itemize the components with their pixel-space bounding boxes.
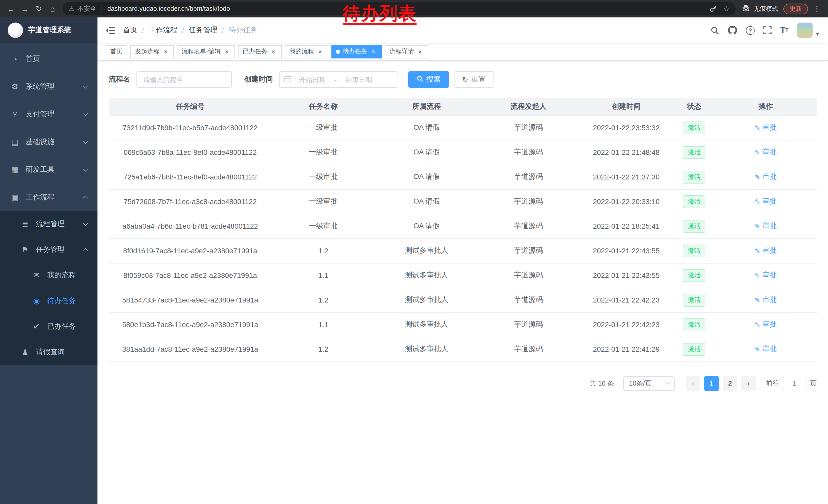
sidebar-item-home[interactable]: ◔ 首页 — [0, 45, 97, 73]
update-button[interactable]: 更新 — [783, 3, 808, 14]
close-icon[interactable]: × — [317, 48, 324, 55]
approve-link[interactable]: ✎审批 — [755, 148, 777, 157]
tab-my-process[interactable]: 我的流程 × — [285, 45, 328, 58]
yen-icon: ¥ — [10, 110, 19, 119]
search-icon[interactable] — [710, 26, 719, 35]
avatar[interactable] — [797, 22, 813, 38]
app-logo-row[interactable]: 芋道管理系统 — [0, 17, 97, 43]
sidebar-item-payment[interactable]: ¥ 支付管理 — [0, 100, 97, 128]
approve-link[interactable]: ✎审批 — [755, 271, 777, 280]
cell-task-name: 一级审批 — [272, 214, 375, 238]
col-task-name: 任务名称 — [272, 98, 375, 116]
chevron-down-icon — [83, 83, 88, 88]
omnibox-divider — [102, 5, 102, 12]
tab-done-task[interactable]: 已办任务 × — [238, 45, 282, 58]
goto-page-input[interactable] — [783, 377, 806, 390]
approve-link[interactable]: ✎审批 — [755, 123, 777, 132]
forward-icon[interactable]: → — [18, 2, 32, 16]
search-button[interactable]: 搜索 — [408, 71, 449, 88]
home-icon[interactable]: ⌂ — [46, 2, 59, 16]
tags-view: 首页 发起流程 × 流程表单-编辑 × 已办任务 × 我的流程 × — [97, 43, 828, 60]
page-button-2[interactable]: 2 — [723, 376, 737, 391]
approve-link[interactable]: ✎审批 — [755, 172, 777, 182]
browser-menu-icon[interactable]: ⋮ — [810, 2, 824, 16]
cell-process: OA 请假 — [375, 165, 479, 189]
cell-create-time: 2022-01-21 22:42:23 — [579, 312, 674, 337]
hamburger-icon[interactable] — [106, 27, 115, 34]
date-range-picker[interactable]: - — [279, 71, 398, 88]
tab-home[interactable]: 首页 — [106, 45, 127, 58]
reset-button[interactable]: ↻ 重置 — [454, 71, 494, 88]
breadcrumb-current: 待办任务 — [229, 26, 257, 35]
sidebar-item-my-process[interactable]: ✉ 我的流程 — [0, 263, 97, 288]
cell-create-time: 2022-01-22 23:53:32 — [579, 116, 674, 140]
cell-task-id: 58154733-7ac8-11ec-a9e2-a2380e71991a — [109, 288, 272, 312]
key-icon[interactable] — [710, 5, 717, 12]
breadcrumb-task-manage[interactable]: 任务管理 — [189, 26, 217, 35]
end-date-input[interactable] — [339, 76, 379, 83]
process-name-input[interactable] — [136, 71, 232, 88]
sidebar-item-system[interactable]: ⚙ 系统管理 — [0, 73, 97, 100]
incognito-badge: 无痕模式 — [742, 4, 778, 13]
sidebar-item-leave-query[interactable]: ♟ 请假查询 — [0, 339, 97, 365]
approve-link[interactable]: ✎审批 — [755, 222, 777, 231]
breadcrumb-workflow[interactable]: 工作流程 — [149, 26, 177, 35]
task-table: 任务编号 任务名称 所属流程 流程发起人 创建时间 状态 操作 73211d9d… — [109, 98, 817, 362]
cell-process: OA 请假 — [375, 116, 479, 140]
cell-task-name: 1.2 — [272, 337, 375, 362]
sidebar-item-process-manage[interactable]: ≣ 流程管理 — [0, 211, 97, 237]
tab-process-detail[interactable]: 流程详情 × — [385, 45, 428, 58]
sidebar-item-workflow[interactable]: ▣ 工作流程 — [0, 184, 97, 211]
sidebar-item-todo-task[interactable]: ◉ 待办任务 — [0, 288, 97, 314]
breadcrumb-home[interactable]: 首页 — [123, 26, 137, 35]
close-icon[interactable]: × — [270, 48, 277, 55]
edit-icon: ✎ — [755, 272, 760, 279]
edit-icon: ✎ — [755, 198, 760, 205]
app-title: 芋道管理系统 — [28, 26, 71, 35]
bookmark-star-icon[interactable]: ☆ — [723, 5, 730, 13]
font-size-icon[interactable]: TT — [780, 26, 788, 34]
approve-link[interactable]: ✎审批 — [755, 295, 777, 305]
approve-link[interactable]: ✎审批 — [755, 345, 777, 354]
sidebar-item-done-task[interactable]: ✔ 已办任务 — [0, 314, 97, 339]
github-icon[interactable] — [728, 26, 737, 35]
page-button-1[interactable]: 1 — [704, 376, 719, 391]
cell-starter: 芋道源码 — [479, 263, 579, 288]
cell-task-name: 1.1 — [272, 312, 375, 337]
tab-form-edit[interactable]: 流程表单-编辑 × — [177, 45, 235, 58]
back-icon[interactable]: ← — [4, 2, 18, 16]
next-page-button[interactable]: › — [741, 376, 756, 391]
page-size-select[interactable]: 10条/页 — [623, 376, 675, 391]
table-row: 8f0d1619-7ac8-11ec-a9e2-a2380e71991a 1.2… — [109, 238, 817, 263]
cell-task-name: 一级审批 — [272, 140, 375, 165]
page-content: 流程名 创建时间 - 搜索 — [97, 60, 828, 504]
refresh-icon: ↻ — [462, 76, 468, 83]
prev-page-button[interactable]: ‹ — [686, 376, 700, 391]
approve-link[interactable]: ✎审批 — [755, 246, 777, 255]
tab-todo-task[interactable]: 待办任务 × — [331, 45, 382, 58]
status-badge: 激活 — [683, 343, 705, 356]
start-date-input[interactable] — [292, 76, 332, 83]
sidebar-item-devtools[interactable]: ▦ 研发工具 — [0, 156, 97, 184]
sidebar-item-infrastructure[interactable]: ▤ 基础设施 — [0, 128, 97, 156]
edit-icon: ✎ — [755, 173, 760, 181]
cell-task-name: 一级审批 — [272, 189, 375, 214]
user-icon: ♟ — [20, 348, 30, 357]
cell-task-name: 一级审批 — [272, 165, 375, 189]
approve-link[interactable]: ✎审批 — [755, 197, 777, 206]
fullscreen-icon[interactable] — [763, 26, 772, 34]
close-icon[interactable]: × — [370, 48, 377, 55]
approve-link[interactable]: ✎审批 — [755, 320, 777, 329]
edit-icon: ✎ — [755, 345, 760, 353]
sidebar-item-task-manage[interactable]: ⚑ 任务管理 — [0, 237, 97, 263]
check-icon: ✔ — [32, 322, 41, 331]
reload-icon[interactable]: ↻ — [32, 2, 46, 16]
close-icon[interactable]: × — [162, 48, 169, 55]
close-icon[interactable]: × — [417, 48, 424, 55]
avatar-caret-icon[interactable]: ▾ — [816, 31, 819, 37]
help-icon[interactable]: ? — [746, 26, 755, 35]
close-icon[interactable]: × — [223, 48, 230, 55]
calendar-icon — [284, 75, 291, 84]
status-badge: 激活 — [683, 244, 705, 257]
tab-start-process[interactable]: 发起流程 × — [130, 45, 174, 58]
